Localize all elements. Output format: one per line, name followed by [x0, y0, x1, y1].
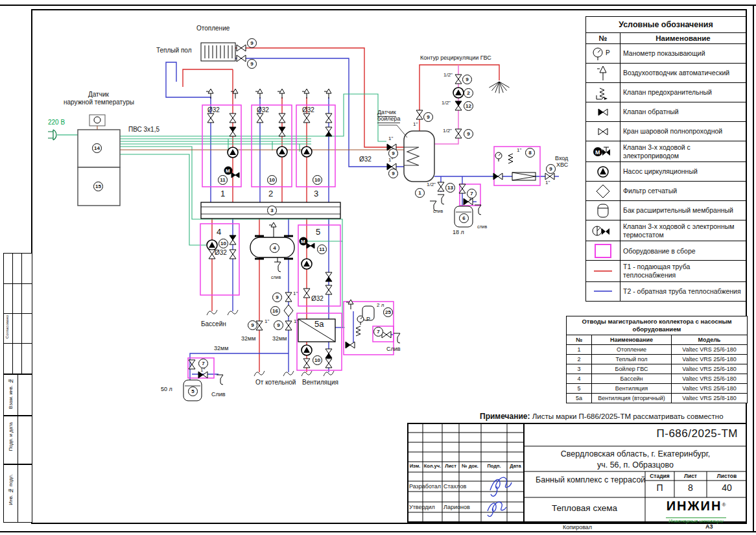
diagram-label: 1" [200, 368, 205, 374]
diagram-callout: 9 [462, 75, 472, 84]
diagram-label: От котельной [255, 379, 296, 386]
pump-icon [586, 162, 620, 181]
legend-row-name: Клапан обратный [620, 102, 746, 121]
gauge-icon: Р [586, 44, 620, 63]
svg-text:M: M [595, 149, 600, 156]
diagram-callout: 1 [415, 188, 425, 198]
diagram-label: 1" [517, 148, 521, 154]
collector-cell: 2 [567, 355, 592, 364]
project-object: Банный комплекс с террасой [536, 475, 633, 485]
legend-title: Условные обозначения [586, 17, 746, 33]
copied-label: Копировал [563, 524, 592, 530]
legend-row-name: Воздухоотводчик автоматический [620, 64, 746, 82]
col-name: Наименование [592, 335, 672, 344]
collector-cell: Бойлер ГВС [592, 364, 672, 374]
legend-row: Клапан предохранительный [586, 83, 746, 102]
logo-registered-icon: ® [722, 502, 726, 508]
titleblock-role-name: Стахлов [443, 483, 466, 490]
stage-label: Стадия [645, 473, 674, 479]
collector-row: 1ОтоплениеValtec VRS 25/6-180 [567, 345, 747, 355]
diagram-label: Отопление [196, 25, 230, 32]
drawing-sheet: MM ОтоплениеТеплый полДатчикнаружной тем… [0, 0, 756, 535]
collector-cell: Вентиляция [592, 384, 672, 393]
diagram-callout: 9 [274, 320, 283, 330]
three-way-thermostat-valve-icon [586, 220, 620, 241]
diagram-label: наружной температуры [64, 99, 134, 106]
diagram-label: 220 В [48, 119, 65, 126]
collector-cell: Valtec VRS 25/6-180 [672, 355, 747, 364]
legend-col-name: Наименование [620, 33, 746, 43]
titleblock-col-header: № док. [459, 463, 481, 469]
diagram-label: 32мм [214, 346, 228, 352]
legend-row: Т1 - подающая труба теплоснабжения [586, 261, 746, 281]
diagram-callout: 7 [198, 359, 208, 368]
expansion-tank-icon [586, 201, 620, 220]
stamp-inv-podl: Инв. № подл. [3, 464, 32, 523]
note-label: Примечание: [480, 412, 530, 421]
collector-cell: 5 [567, 384, 592, 393]
legend-row: MКлапан 3-х ходовой с электроприводом [586, 141, 746, 162]
diagram-callout: 10 [267, 175, 277, 185]
titleblock-col-header: Изм. [407, 463, 423, 469]
diagram-label: 1" [388, 136, 393, 142]
diagram-label: ПВС 3х1,5 [128, 126, 159, 133]
titleblock-col-header: Подп. [481, 463, 507, 469]
stamp-label-vzam-inv: Взам. инв. № [8, 378, 14, 409]
diagram-label: 1/2" [442, 101, 451, 106]
collector-cell: Отопление [592, 345, 672, 354]
diagram-label: 1 [220, 189, 225, 198]
legend-row-name: Т2 - обратная труба теплоснабжения [620, 282, 746, 301]
collector-cell: 1 [567, 345, 592, 354]
legend-row-name: Клапан 3-х ходовой с электроприводом [620, 141, 746, 161]
diagram-label: Ø32 [311, 295, 324, 302]
collector-cell: 3 [567, 364, 592, 374]
diagram-callout: 9 [464, 129, 473, 139]
logo-subtitle: Инженерные инновации [666, 517, 726, 524]
diagram-label: 1" [265, 319, 269, 325]
col-no: № [567, 335, 592, 344]
format-label: А3 [705, 523, 713, 530]
diagram-label: ХВС [556, 162, 568, 169]
collector-cell: Вентиляция (вторичный) [592, 394, 672, 403]
stamp-label-approved: Согласовано [5, 315, 9, 339]
collector-cell: Valtec VRS 25/6-180 [672, 364, 747, 374]
collector-cell: 5а [567, 394, 592, 403]
note-text: Листы марки П-686/2025-ТМ рассматривать … [532, 412, 724, 420]
safety-valve-icon [586, 83, 620, 102]
collector-row: 4БассейнValtec VRS 25/6-180 [567, 374, 747, 384]
diagram-callout: 9 [272, 292, 282, 302]
legend-row-name: Оборудование в сборе [620, 241, 746, 260]
diagram-label: 1" [388, 158, 393, 163]
diagram-callout: 11 [317, 244, 327, 254]
collector-cell: Valtec VRS 25/6-180 [672, 384, 747, 393]
diagram-label: Ø32 [207, 106, 220, 113]
diagram-callout: 10 [313, 355, 322, 365]
legend-row-name: Клапан предохранительный [620, 83, 746, 102]
diagram-label: Ø32 [257, 106, 269, 113]
collector-row: 5аВентиляция (вторичный)Valtec VRS 25/8-… [567, 394, 747, 403]
sheet-number: 8 [674, 482, 707, 493]
sheets-label: Листов [707, 473, 747, 479]
legend-row: Клапан 3-х ходовой с электронным термост… [586, 220, 746, 241]
collector-row: 2Теплый полValtec VRS 25/6-180 [567, 355, 747, 364]
diagram-label: 1/2" [427, 182, 436, 188]
diagram-callout: 4 [270, 243, 279, 253]
diagram-callout: 7 [373, 327, 383, 337]
diagram-label: 1/2" [443, 128, 452, 134]
diagram-label: слив [271, 275, 281, 280]
titleblock-col-header: Кол.уч. [423, 463, 442, 469]
diagram-callout: 8 [525, 148, 535, 158]
title-block: П-686/2025-ТМ Свердловская область, г. Е… [407, 423, 747, 523]
stamp-vzam-inv: Взам. инв. № [3, 374, 32, 416]
diagram-callout: 2 [464, 88, 473, 98]
assembly-box-icon [586, 241, 620, 260]
diagram-callout: 14 [92, 143, 102, 153]
stamp-podp-data: Подп. и дата [3, 416, 32, 464]
diagram-callout: 9 [248, 320, 257, 330]
diagram-callout: 10 [219, 239, 228, 248]
diagram-label: Вентиляция [302, 379, 338, 386]
titleblock-col-header: Лист [442, 463, 459, 469]
diagram-label: 50 л [161, 386, 172, 393]
diagram-callout: 9 [423, 112, 433, 122]
diagram-label: Контур рециркуляции ГВС [420, 55, 491, 62]
